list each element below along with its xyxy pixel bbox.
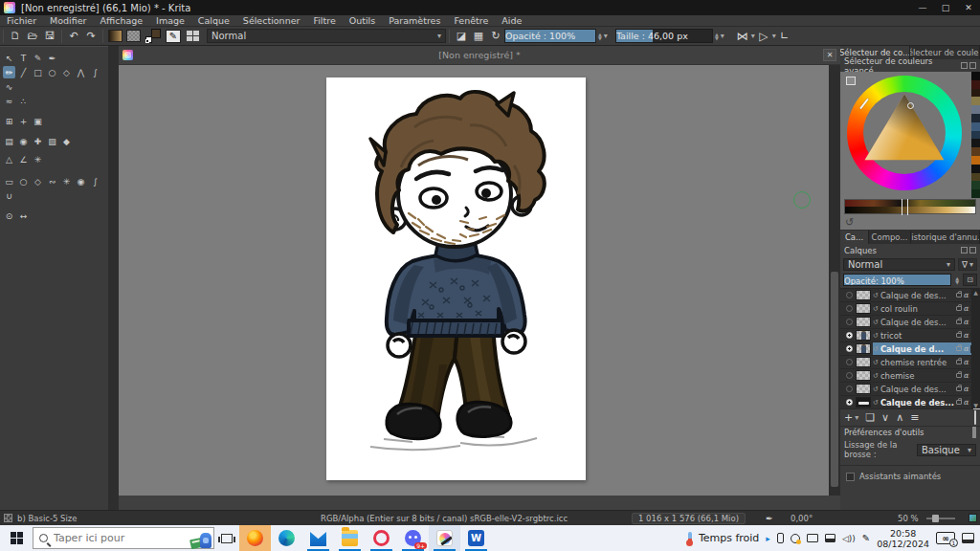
taskbar-mail[interactable]: [302, 525, 334, 551]
scroll-up-icon[interactable]: ▲: [973, 289, 978, 296]
crop-tool[interactable]: ▣: [32, 115, 44, 127]
close-docker-icon[interactable]: [974, 427, 976, 438]
freehand-path-tool[interactable]: ∿: [3, 80, 15, 93]
undo-icon[interactable]: ↶: [65, 29, 82, 44]
pan-tool[interactable]: ↔: [17, 209, 30, 222]
ellipse-tool[interactable]: ○: [46, 66, 58, 78]
layer-lock-icon[interactable]: [956, 373, 962, 378]
move-layer-up-button[interactable]: ∧: [896, 411, 903, 424]
your-phone-icon[interactable]: [777, 533, 784, 543]
alpha-lock-icon[interactable]: α: [964, 385, 969, 393]
fill-tool[interactable]: ◆: [60, 135, 73, 147]
measure-tool[interactable]: ∠: [17, 153, 30, 165]
history-swatch[interactable]: [971, 147, 980, 156]
taskbar-opera[interactable]: [366, 525, 397, 551]
opacity-spinner[interactable]: ▲▼: [598, 33, 602, 40]
mirror-vertical-icon[interactable]: ▷: [755, 29, 772, 44]
brush-editor-button[interactable]: ✎: [166, 30, 181, 43]
weather-thermometer-icon[interactable]: [688, 532, 692, 544]
advanced-color-selector[interactable]: [840, 72, 980, 198]
layer-visibility-icon[interactable]: [842, 372, 856, 379]
assistants-tool[interactable]: △: [3, 153, 15, 165]
brush-size-slider[interactable]: Taille : 46,00 px: [615, 29, 713, 43]
alpha-lock-icon[interactable]: α: [964, 358, 969, 366]
delete-layer-button[interactable]: [974, 411, 976, 424]
color-selector-cursor[interactable]: [907, 102, 914, 109]
layer-row[interactable]: ↺ col roulin α: [840, 302, 980, 316]
tablet-driver-icon[interactable]: [825, 534, 835, 542]
open-document-icon[interactable]: 🗁: [24, 29, 41, 44]
color-shade-strips[interactable]: [840, 198, 980, 215]
subwindow-title-bar[interactable]: [Non enregistré] * ✕: [119, 46, 840, 65]
layer-lock-icon[interactable]: [956, 386, 962, 391]
pen-settings-icon[interactable]: ✎: [862, 533, 870, 543]
multibrush-tool[interactable]: ∴: [17, 95, 30, 107]
hue-shift-strip[interactable]: [844, 199, 976, 207]
weather-label[interactable]: Temps froid: [699, 532, 759, 544]
float-docker-icon[interactable]: [961, 247, 968, 253]
text-tool[interactable]: T: [17, 52, 30, 64]
close-document-icon[interactable]: ✕: [823, 49, 836, 61]
layer-lock-icon[interactable]: [956, 320, 962, 324]
preserve-alpha-icon[interactable]: ▦: [470, 29, 487, 44]
layer-visibility-icon[interactable]: [842, 386, 856, 392]
menu-item[interactable]: Affichage: [93, 15, 149, 26]
history-swatch[interactable]: [971, 114, 980, 122]
layer-opacity-spinner[interactable]: ▲▼: [955, 276, 959, 284]
taskbar-word[interactable]: W: [460, 525, 492, 551]
calligraphy-tool[interactable]: ✒: [46, 52, 58, 64]
layer-row[interactable]: ↺ chemise rentrée α: [840, 356, 980, 369]
layer-lock-icon[interactable]: [956, 346, 962, 351]
smart-patch-tool[interactable]: ✚: [32, 135, 44, 147]
alpha-lock-icon[interactable]: α: [964, 318, 969, 326]
bezier-selection-tool[interactable]: ∫: [89, 175, 101, 187]
taskbar-edge[interactable]: [271, 525, 302, 551]
menu-item[interactable]: Paramètres: [382, 15, 447, 26]
layer-visibility-icon[interactable]: [842, 345, 856, 352]
layer-visibility-icon[interactable]: [842, 332, 856, 339]
maximize-button[interactable]: □: [934, 0, 957, 15]
canvas-angle-value[interactable]: 0,00°: [791, 514, 813, 523]
taskbar-krita[interactable]: [429, 525, 460, 551]
hidden-icons-chevron[interactable]: ▸: [766, 534, 770, 543]
layer-blending-mode-dropdown[interactable]: Normal ▾: [843, 258, 955, 271]
zoom-tool[interactable]: ⊙: [3, 209, 15, 222]
polyline-tool[interactable]: ⋀: [75, 66, 87, 78]
minimize-button[interactable]: —: [911, 0, 934, 15]
gradient-chooser[interactable]: [108, 30, 122, 42]
menu-item[interactable]: Calque: [191, 15, 236, 26]
reload-preset-icon[interactable]: ↻: [487, 29, 504, 44]
trim-canvas-icon[interactable]: ∟: [776, 29, 793, 44]
mirror-horizontal-icon[interactable]: ⋈: [734, 29, 751, 44]
history-swatch[interactable]: [971, 97, 980, 105]
polygonal-selection-tool[interactable]: ◇: [32, 175, 44, 187]
taskbar-search[interactable]: [33, 527, 214, 549]
action-center-icon[interactable]: [962, 533, 974, 543]
new-document-icon[interactable]: 🗋: [7, 29, 24, 44]
canvas-page[interactable]: [326, 77, 586, 480]
transform-tool[interactable]: ⊞: [3, 115, 15, 127]
volume-icon[interactable]: ◁)): [842, 534, 856, 543]
eraser-mode-icon[interactable]: ◪: [453, 29, 470, 44]
move-layer-down-button[interactable]: ∨: [881, 411, 889, 424]
alpha-lock-icon[interactable]: α: [964, 371, 969, 380]
color-sampler-tool[interactable]: ◉: [17, 135, 30, 147]
layer-visibility-icon[interactable]: [842, 399, 856, 406]
zoom-slider[interactable]: [926, 518, 955, 519]
canvas-vertical-scrollbar[interactable]: [829, 65, 840, 496]
reference-images-tool[interactable]: ✳: [32, 153, 44, 165]
lightness-strip[interactable]: [844, 207, 976, 214]
edit-shapes-tool[interactable]: ✎: [32, 52, 44, 64]
taskbar-discord[interactable]: 9+: [397, 525, 429, 551]
pattern-chooser[interactable]: [126, 30, 141, 42]
freehand-brush-tool[interactable]: ✏: [3, 66, 15, 78]
dynamic-brush-tool[interactable]: ≈: [3, 95, 15, 107]
rectangular-selection-tool[interactable]: ▭: [3, 175, 15, 187]
layer-row[interactable]: ↺ tricot α: [840, 329, 980, 342]
tab-undo-history[interactable]: Historique d'annu...: [911, 231, 980, 244]
history-swatch[interactable]: [971, 181, 980, 189]
zoom-percentage[interactable]: 50 %: [898, 514, 919, 523]
zoom-fit-icon[interactable]: [969, 514, 977, 522]
layer-list-scrollbar[interactable]: ▲ ▼: [971, 289, 980, 408]
hue-wheel[interactable]: [847, 76, 962, 190]
